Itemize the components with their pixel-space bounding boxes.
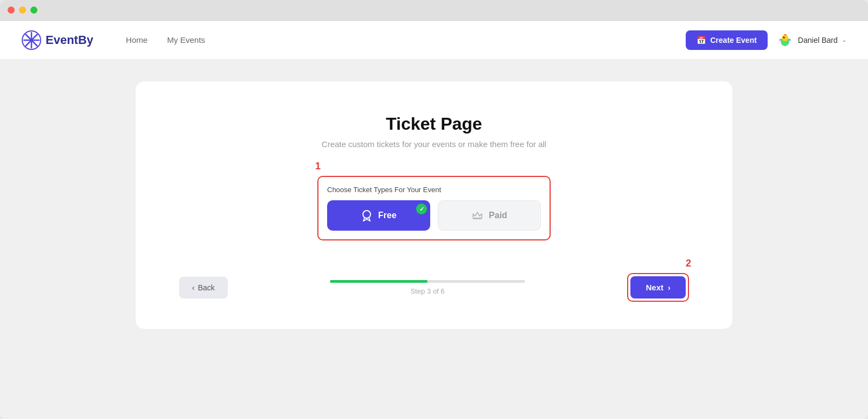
next-btn-box: Next › (627, 273, 689, 302)
calendar-icon: 📅 (697, 36, 706, 45)
app-frame: EventBy Home My Events 📅 Create Event (0, 21, 868, 419)
ticket-options: Free ✓ Paid (327, 200, 541, 231)
navbar: EventBy Home My Events 📅 Create Event (0, 21, 868, 60)
back-button[interactable]: ‹ Back (179, 277, 228, 299)
navbar-right: 📅 Create Event Daniel Bard ⌄ (686, 30, 846, 50)
user-name: Daniel Bard (798, 36, 838, 45)
paid-ticket-label: Paid (489, 211, 507, 220)
paid-ticket-icon (471, 210, 483, 221)
free-ticket-option[interactable]: Free ✓ (327, 200, 430, 231)
annotation-1: 1 (315, 161, 321, 172)
free-ticket-label: Free (378, 211, 397, 220)
mac-maximize-btn[interactable] (30, 7, 37, 14)
mac-titlebar (0, 0, 868, 21)
paid-ticket-option[interactable]: Paid (438, 200, 541, 231)
logo[interactable]: EventBy (22, 30, 93, 50)
back-chevron-icon: ‹ (192, 283, 195, 292)
nav-my-events[interactable]: My Events (167, 35, 205, 45)
next-btn-wrapper: 2 Next › (627, 273, 689, 302)
page-subtitle: Create custom tickets for your events or… (179, 139, 689, 149)
step-label: Step 3 of 6 (411, 287, 445, 295)
ticket-choices-box: Choose Ticket Types For Your Event Free (317, 176, 551, 240)
logo-text: EventBy (46, 33, 93, 47)
logo-icon (22, 30, 41, 50)
chevron-down-icon: ⌄ (842, 37, 846, 43)
ticket-card: Ticket Page Create custom tickets for yo… (136, 81, 732, 329)
ticket-section: 1 Choose Ticket Types For Your Event (179, 176, 689, 240)
create-event-button[interactable]: 📅 Create Event (686, 30, 768, 50)
user-menu[interactable]: Daniel Bard ⌄ (776, 31, 846, 49)
next-chevron-icon: › (668, 283, 671, 292)
next-button[interactable]: Next › (630, 276, 686, 299)
ticket-choices-wrapper: 1 Choose Ticket Types For Your Event (317, 176, 551, 240)
progress-bar-fill (330, 280, 427, 283)
bottom-nav: ‹ Back Step 3 of 6 2 Next › (179, 273, 689, 302)
progress-section: Step 3 of 6 (228, 280, 628, 295)
mac-minimize-btn[interactable] (19, 7, 26, 14)
progress-bar-track (330, 280, 525, 283)
choose-ticket-label: Choose Ticket Types For Your Event (327, 186, 541, 194)
page-title: Ticket Page (179, 114, 689, 134)
free-ticket-icon (361, 210, 373, 221)
main-content: Ticket Page Create custom tickets for yo… (0, 60, 868, 351)
svg-point-9 (783, 36, 784, 38)
nav-home[interactable]: Home (126, 35, 148, 45)
nav-links: Home My Events (126, 35, 686, 45)
mac-close-btn[interactable] (8, 7, 15, 14)
user-avatar (776, 31, 794, 49)
svg-point-5 (30, 39, 33, 42)
svg-point-10 (363, 211, 371, 218)
free-check-badge: ✓ (416, 204, 427, 214)
svg-rect-11 (473, 218, 482, 219)
annotation-2: 2 (686, 258, 691, 269)
